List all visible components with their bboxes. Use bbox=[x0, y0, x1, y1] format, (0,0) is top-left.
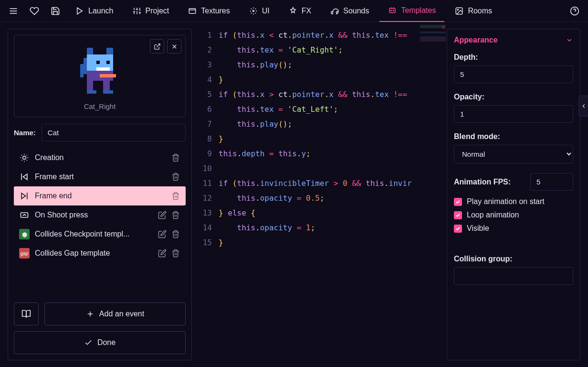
appearance-section-header[interactable]: Appearance bbox=[454, 36, 573, 44]
svg-rect-13 bbox=[189, 8, 196, 13]
add-event-button[interactable]: Add an event bbox=[44, 302, 186, 325]
save-icon[interactable] bbox=[46, 1, 65, 21]
tab-label: Launch bbox=[88, 7, 114, 15]
line-gutter: 123456789101112131415 bbox=[192, 24, 219, 367]
tab-textures[interactable]: Textures bbox=[179, 0, 238, 22]
event-label: Collides Checkpoint templ... bbox=[35, 230, 152, 238]
trash-icon[interactable] bbox=[170, 152, 181, 163]
event-label: Frame end bbox=[35, 192, 166, 200]
event-label: Creation bbox=[35, 153, 166, 162]
checkbox-icon bbox=[454, 225, 462, 233]
tab-project[interactable]: Project bbox=[124, 0, 178, 22]
name-label: Name: bbox=[14, 129, 36, 137]
tab-rooms[interactable]: Rooms bbox=[446, 0, 501, 22]
svg-rect-33 bbox=[96, 67, 110, 71]
help-icon[interactable] bbox=[565, 1, 584, 21]
svg-line-49 bbox=[21, 160, 22, 161]
svg-point-17 bbox=[391, 10, 392, 11]
svg-line-46 bbox=[27, 160, 27, 161]
collision-input[interactable] bbox=[454, 267, 573, 285]
shoot-icon bbox=[19, 209, 30, 221]
edit-icon[interactable] bbox=[157, 210, 168, 220]
blend-label: Blend mode: bbox=[454, 132, 573, 141]
template-name-input[interactable] bbox=[42, 124, 186, 141]
checkbox-label: Loop animation bbox=[467, 211, 519, 219]
tab-launch[interactable]: Launch bbox=[67, 0, 122, 22]
tab-label: Textures bbox=[201, 7, 230, 15]
trash-icon[interactable] bbox=[170, 172, 181, 182]
code-editor[interactable]: 123456789101112131415 if (this.x < ct.po… bbox=[192, 22, 447, 367]
svg-marker-53 bbox=[21, 193, 25, 199]
edit-icon[interactable] bbox=[157, 229, 168, 239]
tab-sounds[interactable]: Sounds bbox=[322, 0, 378, 22]
event-creation[interactable]: Creation bbox=[14, 148, 186, 167]
checkbox-label: Play animation on start bbox=[467, 197, 545, 206]
event-list: Creation Frame start Frame end On Shoot … bbox=[14, 148, 186, 263]
checkbox-icon bbox=[454, 211, 462, 219]
visible-checkbox[interactable]: Visible bbox=[454, 224, 573, 233]
opacity-label: Opacity: bbox=[454, 93, 573, 101]
fps-input[interactable] bbox=[530, 173, 573, 191]
tab-label: FX bbox=[302, 7, 311, 15]
svg-rect-31 bbox=[96, 61, 100, 64]
tab-label: UI bbox=[262, 7, 270, 15]
trash-icon[interactable] bbox=[170, 229, 181, 239]
heart-icon[interactable] bbox=[25, 1, 44, 21]
blend-select[interactable]: Normal bbox=[454, 145, 573, 163]
main-body: Cat_Right Name: Creation Frame start Fra… bbox=[0, 22, 588, 367]
collision-label: Collision group: bbox=[454, 255, 573, 263]
svg-rect-35 bbox=[80, 64, 84, 77]
svg-rect-37 bbox=[100, 74, 116, 77]
trash-icon[interactable] bbox=[170, 191, 181, 201]
svg-line-25 bbox=[157, 43, 160, 47]
tab-templates[interactable]: Templates bbox=[379, 0, 444, 22]
done-button[interactable]: Done bbox=[14, 331, 186, 354]
svg-point-22 bbox=[458, 9, 459, 10]
tab-ui[interactable]: UI bbox=[241, 0, 278, 22]
sprite-name-label: Cat_Right bbox=[84, 102, 116, 110]
open-external-icon[interactable] bbox=[150, 39, 164, 54]
tab-label: Rooms bbox=[468, 7, 492, 15]
collide-icon: gap bbox=[19, 248, 30, 259]
svg-rect-32 bbox=[106, 61, 110, 64]
event-on-shoot-press[interactable]: On Shoot press bbox=[14, 205, 186, 225]
svg-marker-52 bbox=[23, 174, 27, 180]
sun-icon bbox=[19, 152, 30, 163]
button-label: Done bbox=[97, 338, 116, 347]
svg-line-50 bbox=[27, 155, 27, 155]
event-collides-checkpoint[interactable]: ⬤ Collides Checkpoint templ... bbox=[14, 225, 186, 244]
svg-point-42 bbox=[23, 156, 26, 160]
edit-icon[interactable] bbox=[157, 248, 168, 259]
depth-input[interactable] bbox=[454, 65, 573, 83]
code-content[interactable]: if (this.x < ct.pointer.x && this.tex !=… bbox=[219, 24, 447, 367]
svg-point-15 bbox=[252, 10, 254, 11]
event-frame-end[interactable]: Frame end bbox=[14, 186, 186, 205]
docs-button[interactable] bbox=[14, 302, 39, 325]
close-icon[interactable] bbox=[167, 39, 181, 54]
tab-label: Project bbox=[146, 7, 169, 15]
svg-rect-39 bbox=[103, 80, 110, 90]
opacity-input[interactable] bbox=[454, 105, 573, 123]
frame-end-icon bbox=[19, 190, 30, 202]
topbar: Launch Project Textures UI FX Sounds Tem… bbox=[0, 0, 588, 22]
side-collapse-handle[interactable] bbox=[578, 96, 588, 117]
event-label: Collides Gap template bbox=[35, 249, 152, 258]
menu-icon[interactable] bbox=[4, 1, 23, 21]
tab-fx[interactable]: FX bbox=[280, 0, 320, 22]
chevron-down-icon bbox=[566, 36, 573, 44]
trash-icon[interactable] bbox=[170, 210, 181, 220]
event-label: Frame start bbox=[35, 173, 166, 181]
event-frame-start[interactable]: Frame start bbox=[14, 167, 186, 186]
svg-line-45 bbox=[21, 155, 22, 155]
depth-label: Depth: bbox=[454, 53, 573, 62]
right-panel: Appearance Depth: Opacity: Blend mode: N… bbox=[447, 29, 580, 360]
play-on-start-checkbox[interactable]: Play animation on start bbox=[454, 197, 573, 206]
trash-icon[interactable] bbox=[170, 248, 181, 259]
svg-rect-41 bbox=[103, 90, 113, 94]
event-label: On Shoot press bbox=[35, 211, 152, 219]
collide-icon: ⬤ bbox=[19, 228, 30, 240]
svg-point-18 bbox=[393, 10, 394, 11]
loop-checkbox[interactable]: Loop animation bbox=[454, 211, 573, 219]
tab-label: Templates bbox=[401, 6, 436, 15]
event-collides-gap[interactable]: gap Collides Gap template bbox=[14, 244, 186, 263]
